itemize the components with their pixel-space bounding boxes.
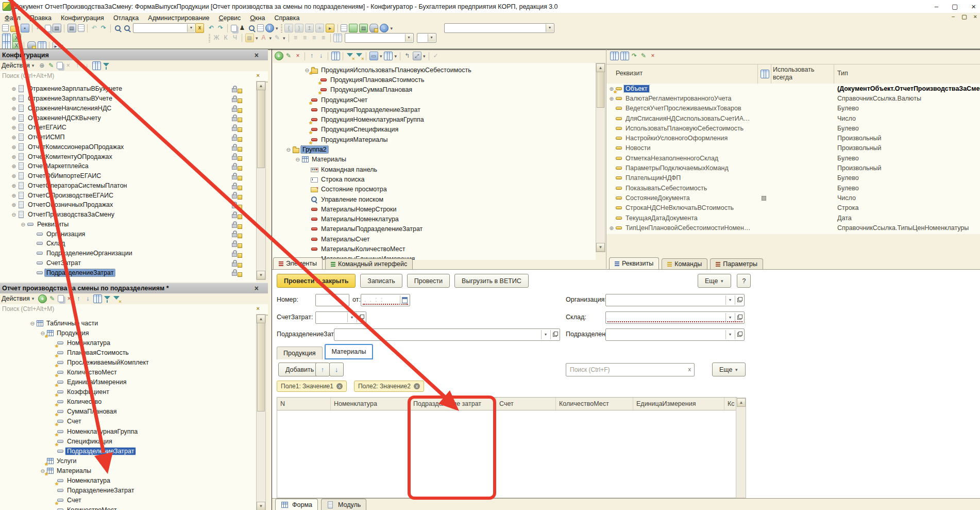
window-new-icon[interactable] <box>349 24 358 32</box>
tree-item[interactable]: МатериалыНоменклатура <box>273 214 596 224</box>
menu-item[interactable]: Конфигурация <box>56 14 109 22</box>
tree-item[interactable]: Управление поиском <box>273 194 596 204</box>
resize-icon[interactable]: ⤢ <box>413 52 421 60</box>
add-icon[interactable]: + <box>275 52 283 60</box>
expand-icon[interactable]: ⊕ <box>10 105 18 111</box>
maximize-button[interactable]: ▢ <box>952 3 958 10</box>
redo-icon[interactable]: ↷ <box>100 24 108 32</box>
collapse-icon[interactable]: ⊖ <box>294 156 301 162</box>
column-header-Кс[interactable]: Кс <box>724 398 736 410</box>
align-right-icon[interactable]: ≡ <box>310 34 318 42</box>
align-center-icon[interactable]: ≡ <box>301 34 309 42</box>
tree-item[interactable]: ★ЕдиницаИзмерения <box>0 377 256 387</box>
tree-item[interactable]: ПодразделениеЗатрат <box>0 446 256 456</box>
account-field[interactable]: ▾ <box>315 311 366 324</box>
filter-add-icon[interactable] <box>356 52 363 60</box>
column-header-use[interactable]: Использовать всегда <box>773 66 819 81</box>
remove-filter-icon[interactable]: x <box>414 383 420 389</box>
attribute-row[interactable]: ⊕ВалютаРегламентированногоУчетаСправочни… <box>606 93 980 103</box>
mdi-restore-button[interactable]: ▢ <box>961 13 967 20</box>
tree-item[interactable]: ⊖Материалы <box>273 155 596 164</box>
tab-Модуль[interactable]: Модуль <box>321 499 366 510</box>
bold-icon[interactable]: Ж <box>213 34 221 42</box>
materials-table-scrollbar[interactable]: ▲ <box>736 398 746 498</box>
number-field[interactable] <box>315 294 349 306</box>
tree-item[interactable]: ★ПродукцияСчет <box>273 95 596 105</box>
print-icon[interactable]: ▤ <box>67 24 76 32</box>
attribute-row[interactable]: НастройкиУсловногоОформленияПроизвольный <box>606 133 980 143</box>
column-header-Подразделение затрат[interactable]: Подразделение затрат <box>410 398 496 410</box>
toolbar-combobox[interactable]: ▾ <box>417 33 436 43</box>
column-header-name[interactable]: Реквизит <box>616 70 643 77</box>
column-header-ЕдиницаИзмерения[interactable]: ЕдиницаИзмерения <box>633 398 724 410</box>
call-stack-next-icon[interactable]: } <box>295 24 303 32</box>
check-icon[interactable]: ✓ <box>432 52 440 60</box>
toolbar-combobox[interactable]: ▾ <box>444 23 554 33</box>
delete-icon[interactable]: × <box>65 295 73 303</box>
tab-Реквизиты[interactable]: Реквизиты <box>609 257 659 269</box>
choose-icon[interactable] <box>357 313 365 322</box>
table-search-input[interactable]: Поиск (Ctrl+F) x <box>566 363 695 376</box>
add-copy-icon[interactable] <box>58 295 64 302</box>
date-field[interactable]: . . : : <box>361 294 410 306</box>
arrange-icon[interactable]: ↰ <box>403 52 411 60</box>
expand-icon[interactable]: ⊕ <box>10 163 18 169</box>
collapse-icon[interactable]: ⊖ <box>20 221 27 227</box>
tree-item[interactable]: ⊕ОтчетМаркетплейса <box>0 161 256 171</box>
button-Провести[interactable]: Провести <box>407 274 450 288</box>
align-justify-icon[interactable]: ≡ <box>319 34 327 42</box>
filter-icon[interactable] <box>103 62 110 70</box>
tree-item[interactable]: ⊕ОтражениеНачисленияНДС <box>0 104 256 113</box>
expand-icon[interactable]: ⊕ <box>10 202 18 208</box>
attribute-row[interactable]: ПараметрыПодключаемыхКомандПроизвольный <box>606 163 980 173</box>
info-icon[interactable]: i <box>265 24 274 32</box>
attribute-row[interactable]: СостояниеДокументаЧисло <box>606 193 980 203</box>
clear-search-icon[interactable]: x <box>688 366 691 372</box>
paste-icon[interactable]: ▤ <box>53 24 61 32</box>
call-stack-up-icon[interactable]: ↥ <box>305 24 314 32</box>
font-color-icon[interactable]: А <box>260 34 267 42</box>
tree-item[interactable]: ★ПродукцияНоменклатурнаяГруппа <box>273 114 596 124</box>
filter-clear-icon[interactable] <box>113 295 121 303</box>
print-preview-icon[interactable] <box>78 24 85 32</box>
expand-icon[interactable]: ⊕ <box>10 173 18 179</box>
screen-icon[interactable]: ▭ <box>369 52 378 60</box>
timer-icon[interactable]: ◦ <box>380 24 388 32</box>
add-icon[interactable]: + <box>38 294 47 303</box>
dept-costs-field[interactable]: ▾ <box>334 328 560 341</box>
tree-item[interactable]: ⊖Реквизиты <box>0 220 256 229</box>
configuration-scrollbar[interactable]: ▲ ▼ <box>256 81 266 280</box>
template-icon[interactable] <box>341 24 347 32</box>
tab-Элементы[interactable]: Элементы <box>273 257 323 269</box>
tab-Параметры[interactable]: Параметры <box>710 258 763 269</box>
filter-chip[interactable]: Поле1: Значение1x <box>277 381 347 392</box>
attribute-row[interactable]: ТекущаяДатаДокументаДата <box>606 213 980 223</box>
tree-item[interactable]: Командная панель <box>273 164 596 174</box>
tree-item[interactable]: Строка поиска <box>273 174 596 184</box>
italic-icon[interactable]: К <box>222 34 230 42</box>
table-arrow-icon[interactable] <box>331 52 340 60</box>
tree-item[interactable]: ★Номенклатура <box>0 476 256 486</box>
collapse-icon[interactable]: ⊖ <box>29 320 36 326</box>
delete-icon[interactable]: × <box>294 52 302 60</box>
elements-scrollbar[interactable]: ▲ ▼ <box>596 63 605 252</box>
actions-button[interactable]: Действия <box>2 295 30 302</box>
window-list-icon[interactable]: ▤ <box>359 24 368 32</box>
menu-item[interactable]: Администрирование <box>143 14 214 22</box>
tree-item[interactable]: Организация <box>0 229 256 239</box>
more-button[interactable]: Еще ▾ <box>698 274 731 288</box>
tree-item[interactable]: ⊕ОтражениеЗарплатыВУчете <box>0 94 256 104</box>
button-Записать[interactable]: Записать <box>360 274 402 288</box>
organization-field[interactable]: ▾ <box>605 294 745 306</box>
add-column-icon[interactable] <box>620 52 629 60</box>
fill-color-icon[interactable]: ▨ <box>245 34 254 42</box>
column-header-Номенклатура[interactable]: Номенклатура <box>331 398 410 410</box>
edit-icon[interactable]: ✎ <box>47 62 55 70</box>
tree-item[interactable]: ⊕ОтчетЕГАИС <box>0 123 256 133</box>
attribute-row[interactable]: НовостиПроизвольный <box>606 143 980 153</box>
attribute-row[interactable]: ИспользоватьПлановуюСебестоимостьБулево <box>606 123 980 133</box>
expand-icon[interactable]: ⊕ <box>10 183 18 189</box>
close-icon[interactable]: × <box>255 51 259 59</box>
save-icon[interactable]: ▪ <box>21 24 29 32</box>
filter-icon[interactable] <box>104 295 111 303</box>
